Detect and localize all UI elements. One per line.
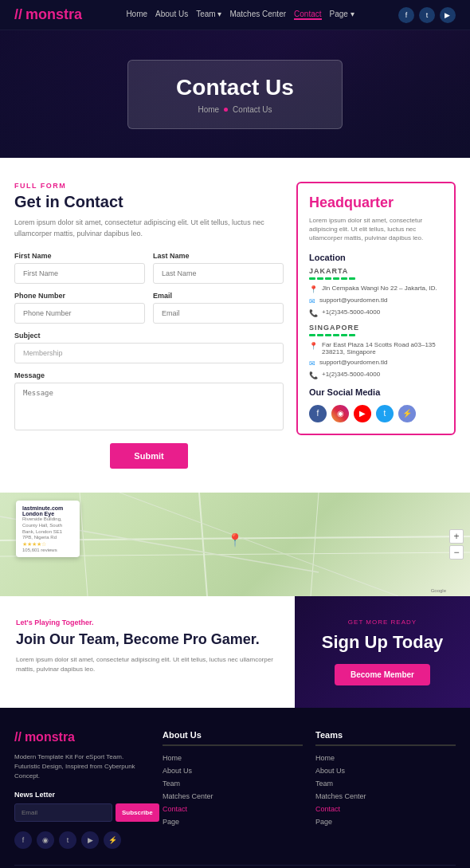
map-zoom-out[interactable]: − bbox=[449, 545, 464, 560]
map-popup-stars: ★★★★☆ bbox=[22, 541, 73, 548]
phone-icon: 📞 bbox=[309, 309, 318, 317]
facebook-icon[interactable]: f bbox=[309, 405, 327, 422]
jakarta-location: JAKARTA 📍 Jln Cempaka Wangi No 22 – Jaka… bbox=[309, 267, 443, 317]
footer-copyright: © 2021 Monstra. All Rights Reserved – Pr… bbox=[14, 865, 456, 868]
footer-about-col: About Us Home About Us Team Matches Cent… bbox=[163, 730, 303, 849]
message-textarea[interactable] bbox=[14, 383, 284, 430]
nav-matches[interactable]: Matches Center bbox=[229, 10, 286, 20]
first-name-group: First Name bbox=[14, 252, 145, 284]
footer-logo: // monstra bbox=[14, 730, 150, 744]
nav-about[interactable]: About Us bbox=[155, 10, 188, 20]
google-watermark: Google bbox=[431, 588, 446, 593]
breadcrumb: Home Contact Us bbox=[176, 105, 294, 114]
cta-right-eyebrow: GET MORE READY bbox=[348, 619, 417, 626]
phone-group: Phone Number bbox=[14, 292, 145, 324]
footer-logo-text: monstra bbox=[25, 730, 75, 744]
breadcrumb-separator bbox=[224, 108, 228, 112]
breadcrumb-current: Contact Us bbox=[233, 105, 272, 114]
nav-twitch-icon[interactable]: t bbox=[419, 7, 435, 23]
newsletter-subscribe-button[interactable]: Subscribe bbox=[116, 803, 159, 822]
phone-label: Phone Number bbox=[14, 292, 145, 300]
map-pin: 📍 bbox=[227, 532, 243, 547]
nav-socials: f t ▶ bbox=[398, 7, 456, 23]
footer-about-about[interactable]: About Us bbox=[163, 767, 303, 775]
navbar: // monstra Home About Us Team Matches Ce… bbox=[0, 0, 470, 30]
location-pin-icon: 📍 bbox=[309, 285, 318, 293]
logo[interactable]: // monstra bbox=[14, 6, 82, 23]
newsletter-form: Subscribe bbox=[14, 803, 150, 822]
footer: // monstra Modern Template Kit For eSpor… bbox=[0, 708, 470, 868]
footer-teams-page[interactable]: Page bbox=[315, 818, 456, 826]
main-content: FULL FORM Get in Contact Lorem ipsum dol… bbox=[0, 158, 470, 493]
footer-about-contact[interactable]: Contact bbox=[163, 805, 303, 813]
jakarta-address: 📍 Jln Cempaka Wangi No 22 – Jakarta, ID. bbox=[309, 285, 443, 293]
footer-about-title: About Us bbox=[163, 730, 303, 746]
email-group: Email bbox=[153, 292, 284, 324]
nav-contact[interactable]: Contact bbox=[294, 10, 321, 20]
footer-about-page[interactable]: Page bbox=[163, 818, 303, 826]
message-group: Message bbox=[14, 371, 284, 434]
subject-label: Subject bbox=[14, 332, 284, 340]
become-member-button[interactable]: Become Member bbox=[335, 664, 430, 685]
subject-select[interactable]: Membership bbox=[14, 343, 284, 363]
twitter-icon[interactable]: t bbox=[376, 405, 394, 422]
nav-facebook-icon[interactable]: f bbox=[398, 7, 414, 23]
footer-discord-icon[interactable]: ⚡ bbox=[104, 831, 121, 849]
youtube-icon[interactable]: ▶ bbox=[354, 405, 371, 422]
footer-instagram-icon[interactable]: ◉ bbox=[37, 831, 54, 849]
last-name-input[interactable] bbox=[153, 263, 284, 284]
footer-about-home[interactable]: Home bbox=[163, 754, 303, 762]
breadcrumb-home[interactable]: Home bbox=[198, 105, 219, 114]
first-name-input[interactable] bbox=[14, 263, 145, 284]
nav-page[interactable]: Page bbox=[330, 10, 354, 20]
email-icon: ✉ bbox=[309, 297, 315, 305]
last-name-group: Last Name bbox=[153, 252, 284, 284]
singapore-email: ✉ support@yourdomen.tld bbox=[309, 359, 443, 367]
map-popup-reviews: 105,601 reviews bbox=[22, 548, 73, 552]
form-eyebrow: FULL FORM bbox=[14, 182, 284, 190]
email-input[interactable] bbox=[153, 303, 284, 324]
nav-team[interactable]: Team bbox=[196, 10, 221, 20]
footer-teams-matches[interactable]: Matches Center bbox=[315, 792, 456, 800]
cta-right: GET MORE READY Sign Up Today Become Memb… bbox=[295, 596, 470, 708]
hero-box: Contact Us Home Contact Us bbox=[127, 60, 343, 129]
footer-brand-col: // monstra Modern Template Kit For eSpor… bbox=[14, 730, 150, 849]
map-zoom-in[interactable]: + bbox=[449, 529, 464, 544]
discord-icon[interactable]: ⚡ bbox=[398, 405, 416, 422]
newsletter-input[interactable] bbox=[14, 803, 112, 822]
phone-input[interactable] bbox=[14, 303, 145, 324]
svg-line-3 bbox=[199, 493, 207, 596]
footer-youtube-icon[interactable]: ▶ bbox=[81, 831, 99, 849]
footer-about-team[interactable]: Team bbox=[163, 780, 303, 787]
map-controls: + − bbox=[449, 529, 464, 560]
logo-slash: // bbox=[14, 6, 22, 23]
message-label: Message bbox=[14, 371, 284, 379]
nav-youtube-icon[interactable]: ▶ bbox=[440, 7, 456, 23]
location-pin-icon-2: 📍 bbox=[309, 342, 318, 350]
footer-teams-title: Teams bbox=[315, 730, 456, 746]
hq-title: Headquarter bbox=[309, 194, 443, 211]
svg-line-2 bbox=[80, 493, 88, 596]
map-background: lastminute.com London Eye Riverside Buil… bbox=[0, 493, 470, 596]
footer-teams-about[interactable]: About Us bbox=[315, 767, 456, 775]
newsletter-label: News Letter bbox=[14, 791, 150, 799]
email-label: Email bbox=[153, 292, 284, 300]
singapore-location: SINGAPORE 📍 Far East Plaza 14 Scotts Roa… bbox=[309, 324, 443, 379]
hq-card: Headquarter Lorem ipsum dolor sit amet, … bbox=[296, 182, 456, 435]
footer-facebook-icon[interactable]: f bbox=[14, 831, 32, 849]
location-title: Location bbox=[309, 253, 443, 262]
instagram-icon[interactable]: ◉ bbox=[331, 405, 349, 422]
footer-teams-team[interactable]: Team bbox=[315, 780, 456, 787]
footer-logo-slash: // bbox=[14, 730, 22, 744]
footer-teams-contact[interactable]: Contact bbox=[315, 805, 456, 813]
social-media-icons: f ◉ ▶ t ⚡ bbox=[309, 405, 443, 422]
footer-teams-home[interactable]: Home bbox=[315, 754, 456, 762]
jakarta-phone: 📞 +1(2)345-5000-4000 bbox=[309, 308, 443, 317]
footer-twitch-icon[interactable]: t bbox=[59, 831, 76, 849]
contact-row: Phone Number Email bbox=[14, 292, 284, 324]
singapore-name: SINGAPORE bbox=[309, 324, 443, 332]
email-icon-2: ✉ bbox=[309, 359, 315, 367]
submit-button[interactable]: Submit bbox=[110, 443, 187, 469]
footer-about-matches[interactable]: Matches Center bbox=[163, 792, 303, 800]
nav-home[interactable]: Home bbox=[126, 10, 147, 20]
